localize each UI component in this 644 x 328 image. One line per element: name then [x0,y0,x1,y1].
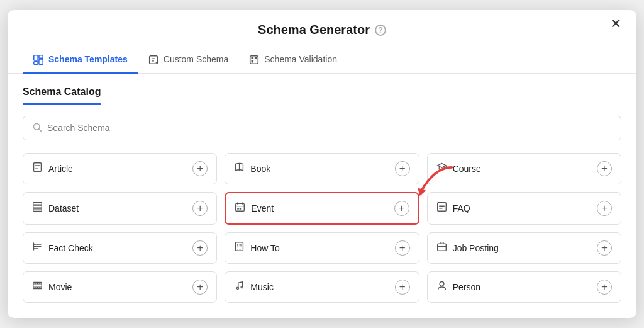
person-add-button[interactable]: + [597,280,612,295]
svg-rect-2 [39,55,43,59]
schema-templates-icon [33,54,44,65]
section-title: Schema Catalog [23,86,621,116]
svg-marker-22 [418,188,426,196]
how-to-label: How To [250,243,279,253]
faq-label: FAQ [453,203,470,213]
job-posting-label: Job Posting [453,243,499,253]
svg-point-38 [237,244,238,246]
article-add-button[interactable]: + [192,161,208,176]
article-icon [32,162,43,175]
tab-schema-templates[interactable]: Schema Templates [23,47,138,74]
person-label: Person [453,282,480,292]
schema-item-person[interactable]: Person + [427,271,621,303]
svg-point-57 [440,282,444,286]
fact-check-label: Fact Check [48,243,93,253]
modal-title: Schema Generator ? [258,23,386,37]
dataset-add-button[interactable]: + [192,201,208,216]
content-area: Schema Catalog [8,74,636,318]
close-button[interactable]: ✕ [610,17,621,31]
svg-rect-8 [252,57,254,59]
job-posting-add-button[interactable]: + [597,240,612,256]
svg-point-55 [237,287,239,289]
schema-validation-icon [248,54,260,65]
fact-check-icon [32,241,43,254]
schema-item-job-posting[interactable]: Job Posting + [427,232,621,264]
course-label: Course [453,164,481,174]
schema-item-movie[interactable]: Movie + [23,271,217,303]
svg-rect-1 [34,62,38,65]
how-to-icon [234,241,245,254]
music-add-button[interactable]: + [395,280,410,295]
schema-item-fact-check[interactable]: Fact Check + [23,232,217,264]
schema-generator-modal: Schema Generator ? ✕ Schema Templates [8,10,636,318]
schema-item-music[interactable]: Music + [225,271,419,303]
svg-point-56 [241,286,243,288]
help-icon[interactable]: ? [375,25,386,36]
book-add-button[interactable]: + [395,161,410,176]
svg-rect-27 [238,208,240,210]
dataset-icon [32,201,43,215]
movie-add-button[interactable]: + [192,280,208,295]
fact-check-add-button[interactable]: + [192,240,208,256]
custom-schema-icon [148,54,159,65]
schema-item-book[interactable]: Book + [225,153,419,184]
svg-rect-9 [255,57,257,59]
search-input[interactable] [47,123,612,133]
book-label: Book [250,164,270,174]
schema-item-article[interactable]: Article + [23,153,217,184]
event-label: Event [251,203,274,213]
tab-custom-schema[interactable]: Custom Schema [138,47,238,74]
svg-rect-19 [33,203,42,205]
svg-rect-28 [240,208,242,210]
article-label: Article [48,164,73,174]
schema-item-event[interactable]: Event + [225,192,419,225]
book-icon [234,162,245,175]
svg-line-12 [39,129,42,132]
schema-item-dataset[interactable]: Dataset + [23,192,217,225]
schema-item-course[interactable]: Course + [427,153,621,184]
how-to-add-button[interactable]: + [395,240,410,256]
svg-point-42 [237,249,238,250]
section-title-text: Schema Catalog [23,86,101,105]
tab-schema-templates-label: Schema Templates [48,54,128,64]
tab-schema-validation[interactable]: Schema Validation [238,47,347,74]
person-icon [436,280,447,293]
svg-rect-7 [250,56,258,64]
schema-grid: Article + Book + [23,153,621,303]
svg-rect-20 [33,206,42,208]
tab-custom-schema-label: Custom Schema [164,54,228,64]
event-add-button[interactable]: + [394,201,409,216]
nav-tabs: Schema Templates Custom Schema [8,47,636,74]
movie-icon [32,280,43,293]
search-icon [32,122,42,134]
event-icon [235,201,245,215]
tab-schema-validation-label: Schema Validation [264,54,337,64]
svg-rect-23 [236,204,245,212]
faq-add-button[interactable]: + [597,201,612,216]
svg-point-40 [237,247,238,248]
svg-rect-0 [34,55,38,60]
svg-rect-21 [33,209,42,211]
svg-rect-10 [252,60,254,63]
course-add-button[interactable]: + [597,161,612,176]
job-posting-icon [436,241,447,254]
modal-header: Schema Generator ? ✕ [8,10,636,37]
music-icon [234,280,245,293]
svg-rect-3 [39,59,43,64]
svg-rect-44 [437,244,446,251]
movie-label: Movie [48,282,72,292]
course-icon [436,162,447,175]
search-bar[interactable] [23,116,621,140]
schema-item-faq[interactable]: FAQ + [427,192,621,225]
dataset-label: Dataset [48,203,79,213]
music-label: Music [250,282,274,292]
schema-item-how-to[interactable]: How To + [225,232,419,264]
modal-title-text: Schema Generator [258,23,370,37]
faq-icon [436,201,447,215]
